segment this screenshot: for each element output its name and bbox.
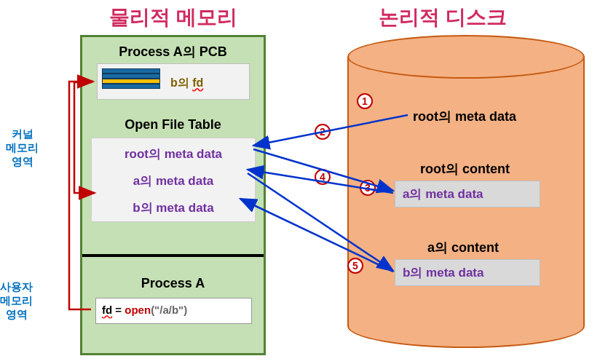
- open-file-table-label: Open File Table: [82, 117, 264, 132]
- oft-b-meta: b의 meta data: [92, 194, 255, 221]
- kernel-user-divider: [82, 254, 264, 257]
- process-a-label: Process A: [82, 276, 264, 291]
- pcb-fd-bars-icon: [102, 68, 160, 89]
- oft-root-meta: root의 meta data: [92, 138, 255, 167]
- pcb-label: Process A의 PCB: [82, 43, 264, 60]
- step-3-badge: 3: [360, 180, 376, 196]
- step-1-badge: 1: [357, 93, 373, 109]
- physical-memory-box: Process A의 PCB b의 fd Open File Table roo…: [80, 35, 266, 355]
- disk-a-content-label: a의 content: [427, 239, 499, 256]
- disk-root-meta-label: root의 meta data: [413, 108, 516, 125]
- title-logical-disk: 논리적 디스크: [379, 4, 507, 31]
- disk-b-meta-box: b의 meta data: [395, 259, 540, 286]
- pcb-fd-label: b의 fd: [170, 76, 203, 91]
- disk-a-meta-box: a의 meta data: [395, 181, 540, 207]
- logical-disk-cylinder: root의 meta data root의 content a의 meta da…: [347, 35, 585, 348]
- step-4-badge: 4: [315, 169, 331, 185]
- pcb-box: b의 fd: [97, 63, 250, 100]
- step-2-badge: 2: [315, 124, 331, 140]
- oft-a-meta: a의 meta data: [92, 167, 255, 194]
- step-5-badge: 5: [347, 258, 363, 274]
- user-memory-region-label: 사용자메모리영역: [0, 280, 33, 321]
- kernel-memory-region-label: 커널메모리영역: [6, 127, 39, 168]
- code-box: fd = open("/a/b"): [95, 298, 252, 324]
- disk-root-content-label: root의 content: [420, 160, 510, 178]
- open-file-table-box: root의 meta data a의 meta data b의 meta dat…: [91, 138, 256, 222]
- title-physical-memory: 물리적 메모리: [109, 4, 237, 31]
